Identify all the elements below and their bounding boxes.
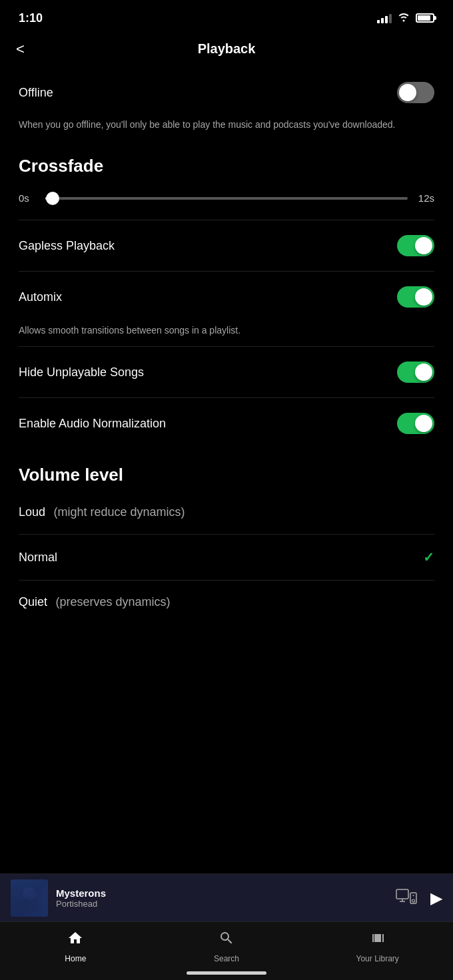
search-label: Search [214, 954, 239, 963]
nav-library[interactable]: Your Library [302, 930, 453, 963]
check-icon: ✓ [423, 549, 434, 565]
now-playing-controls: ▶ [396, 889, 442, 907]
volume-option-normal[interactable]: Normal ✓ [0, 535, 453, 580]
back-button[interactable]: < [16, 41, 25, 58]
gapless-row: Gapless Playback [0, 220, 453, 271]
crossfade-heading: Crossfade [0, 145, 453, 182]
status-bar: 1:10 [0, 0, 453, 33]
automix-label: Automix [19, 290, 62, 304]
play-button[interactable]: ▶ [430, 889, 442, 907]
track-name: Mysterons [56, 887, 388, 899]
svg-point-8 [413, 895, 414, 896]
track-info: Mysterons Portishead [56, 887, 388, 909]
device-icon[interactable] [396, 889, 417, 907]
crossfade-min-label: 0s [19, 192, 35, 204]
status-icons [377, 11, 434, 25]
audio-normalization-label: Enable Audio Normalization [19, 417, 166, 431]
crossfade-max-label: 12s [418, 192, 434, 204]
track-artist: Portishead [56, 899, 388, 909]
volume-normal-label: Normal [19, 551, 57, 564]
library-icon [370, 930, 386, 950]
volume-quiet-sub: (preserves dynamics) [55, 595, 170, 609]
svg-rect-3 [396, 889, 408, 899]
now-playing-bar: Mysterons Portishead ▶ [0, 873, 453, 921]
settings-content: Offline When you go offline, you'll only… [0, 67, 453, 737]
svg-point-2 [16, 897, 43, 913]
offline-row: Offline [0, 67, 453, 118]
album-art [11, 879, 48, 917]
gapless-toggle-knob [415, 237, 432, 254]
audio-normalization-toggle[interactable] [397, 413, 434, 434]
home-label: Home [65, 954, 86, 963]
search-icon [219, 930, 234, 950]
crossfade-thumb[interactable] [46, 192, 59, 205]
header: < Playback [0, 33, 453, 67]
hide-unplayable-label: Hide Unplayable Songs [19, 366, 144, 379]
volume-option-quiet[interactable]: Quiet (preserves dynamics) [0, 581, 453, 624]
volume-loud-sub: (might reduce dynamics) [54, 505, 185, 519]
svg-point-7 [412, 899, 415, 902]
offline-toggle[interactable] [397, 82, 434, 103]
audio-normalization-row: Enable Audio Normalization [0, 398, 453, 449]
audio-normalization-toggle-knob [415, 415, 432, 432]
gapless-toggle[interactable] [397, 235, 434, 256]
nav-search[interactable]: Search [151, 930, 302, 963]
automix-toggle[interactable] [397, 286, 434, 308]
battery-icon [416, 13, 434, 23]
offline-description: When you go offline, you'll only be able… [0, 118, 453, 145]
gapless-label: Gapless Playback [19, 239, 115, 253]
automix-description: Allows smooth transitions between songs … [0, 322, 453, 346]
page-title: Playback [198, 41, 256, 57]
automix-row: Automix [0, 272, 453, 322]
crossfade-slider-row: 0s 12s [0, 182, 453, 220]
hide-unplayable-toggle-knob [415, 364, 432, 381]
nav-home[interactable]: Home [0, 930, 151, 963]
offline-label: Offline [19, 86, 53, 100]
home-indicator [187, 971, 266, 975]
status-time: 1:10 [19, 11, 43, 25]
home-icon [67, 930, 83, 950]
volume-heading: Volume level [0, 454, 453, 491]
library-label: Your Library [356, 954, 399, 963]
volume-loud-label: Loud [19, 505, 45, 519]
crossfade-slider[interactable] [45, 197, 408, 200]
volume-section: Volume level Loud (might reduce dynamics… [0, 454, 453, 624]
automix-toggle-knob [415, 288, 432, 306]
hide-unplayable-toggle[interactable] [397, 362, 434, 383]
signal-icon [377, 13, 392, 23]
hide-unplayable-row: Hide Unplayable Songs [0, 347, 453, 397]
offline-toggle-knob [399, 84, 416, 101]
volume-quiet-label: Quiet [19, 595, 47, 609]
wifi-icon [397, 11, 410, 25]
volume-option-loud[interactable]: Loud (might reduce dynamics) [0, 491, 453, 534]
